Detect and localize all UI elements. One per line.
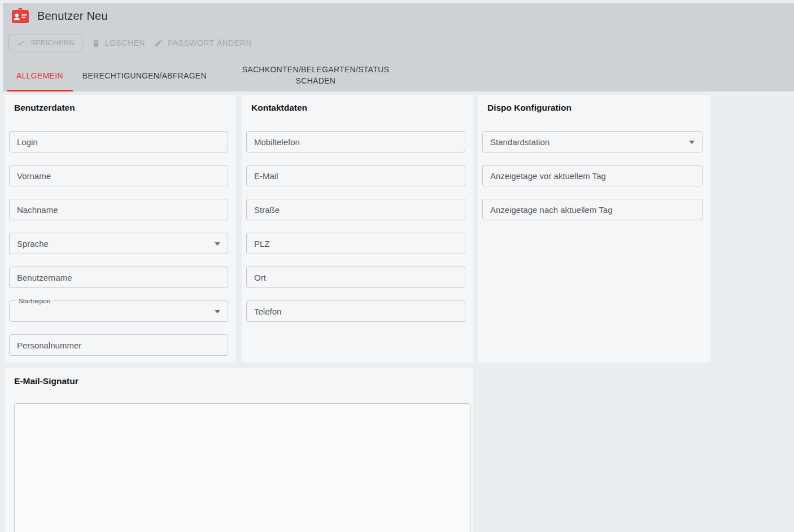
vorname-field[interactable]	[9, 165, 228, 186]
delete-button-label: LÖSCHEN	[105, 38, 145, 47]
startregion-select-label: Startregion	[16, 296, 53, 306]
title-row: Benutzer Neu	[12, 8, 108, 24]
nachname-field[interactable]	[9, 199, 228, 220]
mobiltelefon-field[interactable]	[246, 131, 465, 152]
change-password-button-label: PASSWORT ÄNDERN	[168, 38, 252, 47]
ort-field[interactable]	[246, 267, 465, 288]
anzeigetage-nach-field[interactable]	[482, 199, 703, 220]
anzeigetage-vor-field[interactable]	[482, 165, 703, 186]
toolbar: SPEICHERN LÖSCHEN PASSWORT ÄNDERN	[8, 34, 252, 51]
email-signatur-textarea[interactable]	[14, 403, 470, 532]
panel-benutzerdaten: Benutzerdaten Sprache Startregion	[5, 95, 236, 363]
standardstation-select[interactable]: Standardstation	[482, 131, 703, 152]
standardstation-select-label: Standardstation	[490, 137, 549, 147]
sprache-select-label: Sprache	[17, 239, 49, 248]
tab-allgemein[interactable]: ALLGEMEIN	[7, 59, 73, 91]
login-field[interactable]	[9, 131, 228, 152]
panel-dispo-title: Dispo Konfiguration	[487, 103, 703, 113]
strasse-field[interactable]	[246, 199, 465, 220]
panel-email-signatur: E-Mail-Signatur	[5, 368, 473, 532]
panel-kontaktdaten: Kontaktdaten	[242, 95, 473, 363]
user-badge-icon	[12, 8, 29, 24]
tab-sachkonten-belegarten-status-schaeden[interactable]: SACHKONTEN/BELEGARTEN/STATUS SCHÄDEN	[228, 59, 404, 91]
chevron-down-icon	[215, 242, 220, 246]
panel-email-signatur-title: E-Mail-Signatur	[14, 376, 465, 386]
plz-field[interactable]	[246, 233, 465, 254]
save-button[interactable]: SPEICHERN	[8, 34, 82, 51]
panel-benutzerdaten-title: Benutzerdaten	[14, 103, 228, 113]
tab-bar: ALLGEMEIN BERECHTIGUNGEN/ABFRAGEN SACHKO…	[7, 59, 404, 91]
tab-berechtigungen-abfragen[interactable]: BERECHTIGUNGEN/ABFRAGEN	[73, 59, 216, 91]
telefon-field[interactable]	[246, 300, 465, 322]
startregion-select[interactable]: Startregion	[9, 300, 228, 322]
panel-kontaktdaten-title: Kontaktdaten	[251, 103, 465, 113]
delete-button[interactable]: LÖSCHEN	[91, 38, 145, 47]
page-title: Benutzer Neu	[37, 10, 108, 23]
benutzername-field[interactable]	[9, 267, 228, 288]
chevron-down-icon	[689, 141, 695, 144]
check-icon	[16, 38, 25, 47]
trash-icon	[91, 38, 101, 47]
pencil-icon	[154, 38, 163, 47]
sprache-select[interactable]: Sprache	[9, 233, 228, 254]
change-password-button[interactable]: PASSWORT ÄNDERN	[154, 38, 252, 47]
email-field[interactable]	[246, 165, 465, 186]
save-button-label: SPEICHERN	[30, 38, 75, 47]
personalnummer-field[interactable]	[9, 334, 228, 356]
header-bar: Benutzer Neu SPEICHERN LÖSCHEN PASSWORT …	[3, 3, 794, 91]
panel-dispo-konfiguration: Dispo Konfiguration Standardstation	[478, 95, 710, 363]
chevron-down-icon	[215, 310, 220, 313]
